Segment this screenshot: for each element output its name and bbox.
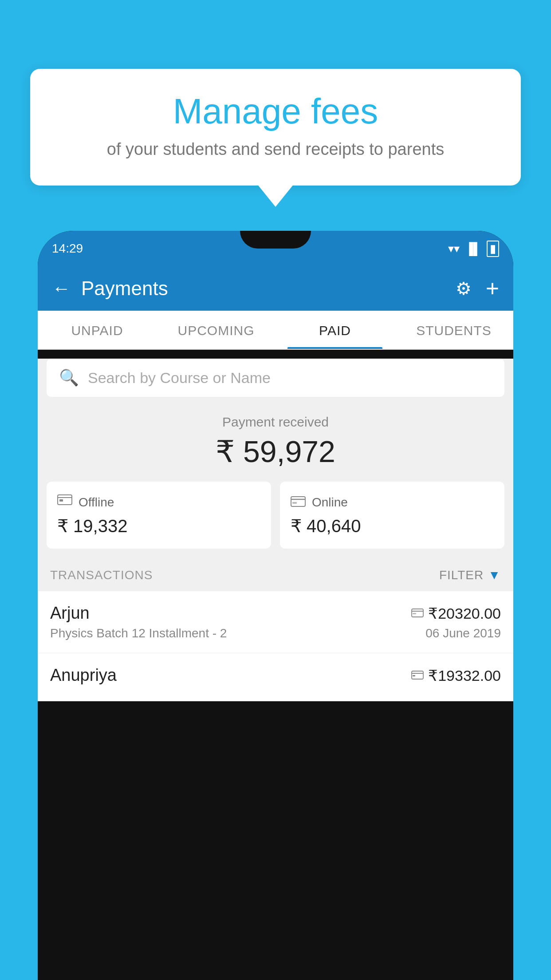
payment-summary: Payment received ₹ 59,972 [38, 397, 513, 482]
offline-card: Offline ₹ 19,332 [47, 482, 271, 549]
transaction-amount-value: ₹20320.00 [428, 605, 501, 622]
signal-icon: ▐▌ [465, 242, 481, 256]
online-card-header: Online [291, 494, 494, 510]
online-card: Online ₹ 40,640 [280, 482, 504, 549]
transaction-amount: ₹20320.00 [411, 605, 501, 622]
tooltip-title: Manage fees [51, 92, 500, 131]
svg-rect-3 [291, 497, 305, 506]
status-icons: ▾▾ ▐▌ ▮ [448, 241, 499, 257]
filter-label: FILTER [439, 568, 484, 582]
page-title: Payments [81, 277, 456, 300]
payment-cards: Offline ₹ 19,332 [47, 482, 504, 549]
payment-type-icon [411, 606, 424, 620]
payment-type-icon [411, 668, 424, 683]
tab-paid[interactable]: PAID [276, 311, 394, 349]
tabs-bar: UNPAID UPCOMING PAID STUDENTS [38, 311, 513, 350]
transaction-name: Arjun [50, 604, 90, 623]
tab-students[interactable]: STUDENTS [394, 311, 513, 349]
settings-icon[interactable]: ⚙ [456, 278, 472, 299]
transactions-label: TRANSACTIONS [50, 568, 153, 582]
status-time: 14:29 [52, 241, 83, 256]
transaction-top: Arjun ₹20320.00 [50, 604, 501, 623]
transaction-top: Anupriya ₹19332.00 [50, 666, 501, 685]
offline-icon [57, 494, 72, 510]
transaction-bottom: Physics Batch 12 Installment - 2 06 June… [50, 626, 501, 640]
transaction-amount-value: ₹19332.00 [428, 667, 501, 684]
app-header: ← Payments ⚙ + [38, 266, 513, 311]
tooltip-card: Manage fees of your students and send re… [30, 69, 521, 186]
offline-card-header: Offline [57, 494, 260, 510]
online-icon [291, 494, 306, 510]
wifi-icon: ▾▾ [448, 242, 460, 256]
online-amount: ₹ 40,640 [291, 516, 494, 536]
transaction-row[interactable]: Anupriya ₹19332.00 [38, 653, 513, 701]
tab-upcoming[interactable]: UPCOMING [157, 311, 276, 349]
transactions-header: TRANSACTIONS FILTER ▼ [38, 559, 513, 591]
search-bar[interactable]: 🔍 Search by Course or Name [47, 359, 504, 397]
transaction-row[interactable]: Arjun ₹20320.00 Physics Batch 1 [38, 591, 513, 653]
status-bar: 14:29 ▾▾ ▐▌ ▮ [38, 231, 513, 266]
filter-button[interactable]: FILTER ▼ [439, 568, 501, 582]
phone-content: 🔍 Search by Course or Name Payment recei… [38, 359, 513, 701]
search-icon: 🔍 [59, 368, 79, 387]
offline-label: Offline [79, 495, 114, 510]
svg-rect-2 [59, 499, 63, 502]
phone-frame: 14:29 ▾▾ ▐▌ ▮ ← Payments ⚙ + UNPAID UPCO… [38, 231, 513, 980]
transaction-name: Anupriya [50, 666, 117, 685]
phone-notch [240, 231, 311, 249]
add-icon[interactable]: + [486, 275, 499, 302]
online-label: Online [312, 495, 348, 510]
battery-icon: ▮ [487, 241, 499, 257]
tooltip-subtitle: of your students and send receipts to pa… [51, 140, 500, 159]
svg-rect-8 [413, 613, 416, 614]
search-input[interactable]: Search by Course or Name [88, 369, 271, 387]
payment-total-amount: ₹ 59,972 [47, 434, 504, 469]
offline-amount: ₹ 19,332 [57, 516, 260, 536]
tab-unpaid[interactable]: UNPAID [38, 311, 157, 349]
back-button[interactable]: ← [52, 278, 71, 299]
payment-received-label: Payment received [47, 415, 504, 430]
transaction-date: 06 June 2019 [425, 626, 501, 640]
transaction-course: Physics Batch 12 Installment - 2 [50, 626, 227, 640]
header-actions: ⚙ + [456, 275, 499, 302]
filter-icon: ▼ [488, 568, 501, 582]
transaction-amount: ₹19332.00 [411, 667, 501, 684]
svg-rect-5 [292, 502, 297, 504]
svg-rect-11 [413, 675, 415, 676]
